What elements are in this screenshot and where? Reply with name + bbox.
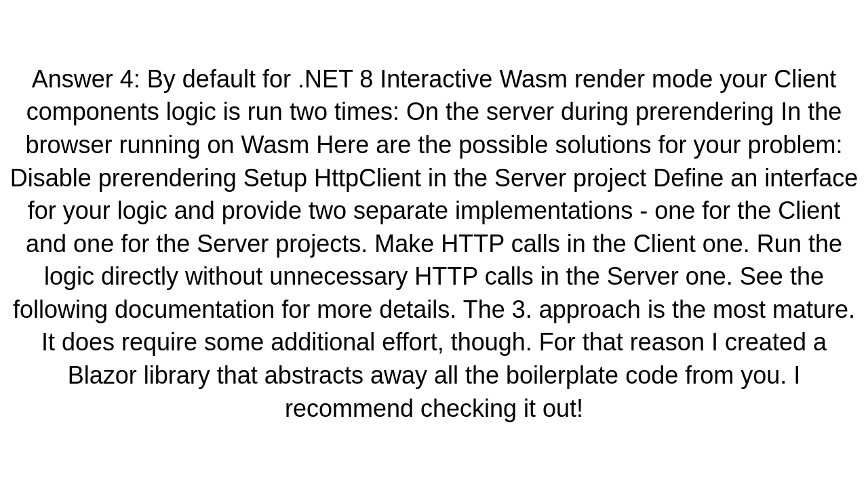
page-container: Answer 4: By default for .NET 8 Interact… [0,0,868,488]
main-content-text: Answer 4: By default for .NET 8 Interact… [7,63,861,426]
